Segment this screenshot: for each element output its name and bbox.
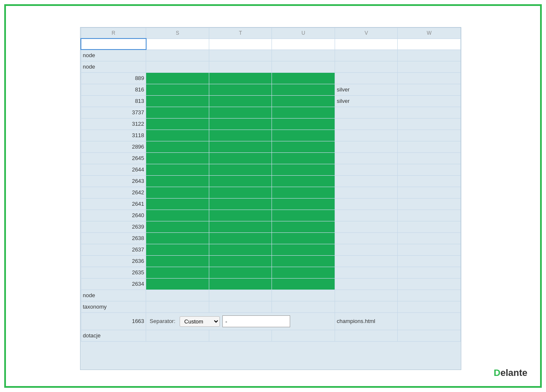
table-cell[interactable]: tu… (209, 84, 272, 96)
table-cell[interactable] (335, 330, 398, 342)
table-cell[interactable] (398, 244, 461, 256)
table-cell[interactable] (398, 290, 461, 301)
table-cell[interactable] (209, 50, 272, 61)
table-cell[interactable]: dotacje (81, 330, 146, 342)
table-cell[interactable]: u… (209, 107, 272, 119)
table-cell[interactable] (272, 199, 335, 210)
table-cell[interactable]: 2641 (81, 199, 146, 210)
selected-cell[interactable] (81, 39, 146, 50)
table-cell[interactable] (272, 164, 335, 176)
table-cell[interactable] (272, 221, 335, 233)
table-cell[interactable]: u… (209, 233, 272, 244)
table-cell[interactable] (335, 164, 398, 176)
table-cell[interactable] (335, 119, 398, 130)
table-cell[interactable] (272, 233, 335, 244)
table-cell[interactable] (398, 141, 461, 153)
col-header-s[interactable]: S (146, 28, 209, 39)
table-cell[interactable] (272, 279, 335, 290)
table-cell[interactable]: d… (146, 153, 209, 164)
col-header-t[interactable]: T (209, 28, 272, 39)
table-cell[interactable] (335, 267, 398, 279)
table-cell[interactable] (398, 119, 461, 130)
table-cell[interactable] (335, 290, 398, 301)
table-cell[interactable]: ch… (272, 96, 335, 107)
table-cell[interactable] (272, 187, 335, 199)
table-cell[interactable]: tu… (209, 96, 272, 107)
table-cell[interactable]: fl… (146, 84, 209, 96)
table-cell[interactable]: fl… (146, 141, 209, 153)
table-cell[interactable]: 889 (81, 73, 146, 84)
table-cell[interactable] (398, 267, 461, 279)
table-cell[interactable] (398, 73, 461, 84)
table-cell[interactable]: c… (209, 199, 272, 210)
table-cell[interactable] (398, 84, 461, 96)
table-cell[interactable] (272, 50, 335, 61)
table-cell[interactable]: tu… (209, 279, 272, 290)
table-cell[interactable]: 2635 (81, 267, 146, 279)
table-cell[interactable]: 2636 (81, 256, 146, 267)
table-cell[interactable] (272, 330, 335, 342)
table-cell[interactable] (146, 61, 209, 73)
table-cell[interactable] (335, 221, 398, 233)
table-cell[interactable]: 3737 (81, 107, 146, 119)
table-cell[interactable]: 3118 (81, 130, 146, 141)
table-cell[interactable]: d… (146, 267, 209, 279)
table-cell[interactable] (272, 141, 335, 153)
table-cell[interactable]: d… (146, 164, 209, 176)
table-cell[interactable]: 2645 (81, 153, 146, 164)
table-cell[interactable] (335, 73, 398, 84)
table-cell[interactable]: u… (209, 244, 272, 256)
table-cell[interactable]: 2637 (81, 244, 146, 256)
table-cell[interactable] (146, 330, 209, 342)
table-cell[interactable]: fl… (146, 96, 209, 107)
table-cell[interactable] (398, 210, 461, 221)
col-header-r[interactable]: R (81, 28, 146, 39)
table-cell[interactable]: 1663 (81, 313, 146, 330)
table-cell[interactable] (335, 279, 398, 290)
table-cell[interactable]: 2643 (81, 176, 146, 187)
table-cell[interactable]: c… (146, 130, 209, 141)
table-cell[interactable]: d… (146, 187, 209, 199)
table-cell[interactable] (398, 313, 461, 330)
table-cell[interactable]: 2644 (81, 164, 146, 176)
table-cell[interactable]: c… (209, 119, 272, 130)
table-cell[interactable] (335, 141, 398, 153)
table-cell[interactable] (272, 176, 335, 187)
table-cell[interactable]: node (81, 50, 146, 61)
table-cell[interactable] (335, 233, 398, 244)
table-cell[interactable]: 813 (81, 96, 146, 107)
table-cell[interactable]: te… (209, 153, 272, 164)
table-cell[interactable] (335, 130, 398, 141)
table-cell[interactable] (398, 164, 461, 176)
table-cell[interactable] (272, 244, 335, 256)
table-cell[interactable]: d… (146, 279, 209, 290)
table-cell[interactable]: c… (209, 221, 272, 233)
table-cell[interactable] (398, 107, 461, 119)
table-cell[interactable]: 2642 (81, 187, 146, 199)
table-cell[interactable] (209, 61, 272, 73)
table-cell[interactable]: 816 (81, 84, 146, 96)
table-cell[interactable]: c… (209, 176, 272, 187)
table-cell[interactable]: c… (209, 164, 272, 176)
table-cell[interactable] (335, 210, 398, 221)
table-cell[interactable] (335, 199, 398, 210)
table-cell[interactable] (335, 153, 398, 164)
table-cell[interactable]: ro… (209, 73, 272, 84)
table-cell[interactable]: c… (209, 210, 272, 221)
table-cell[interactable]: d… (146, 107, 209, 119)
table-cell[interactable]: si… (272, 130, 335, 141)
table-cell[interactable] (335, 50, 398, 61)
champions-cell[interactable]: champions.html (335, 313, 398, 330)
table-cell[interactable] (398, 153, 461, 164)
table-cell[interactable]: si… (272, 119, 335, 130)
table-cell[interactable]: d… (146, 233, 209, 244)
table-cell[interactable] (272, 210, 335, 221)
table-cell[interactable]: node (81, 290, 146, 301)
table-cell[interactable] (335, 187, 398, 199)
table-cell[interactable]: fl… (146, 73, 209, 84)
table-cell[interactable]: d… (146, 256, 209, 267)
table-cell[interactable]: tu… (209, 267, 272, 279)
table-cell[interactable] (272, 107, 335, 119)
table-cell[interactable] (146, 50, 209, 61)
table-cell[interactable] (335, 39, 398, 50)
